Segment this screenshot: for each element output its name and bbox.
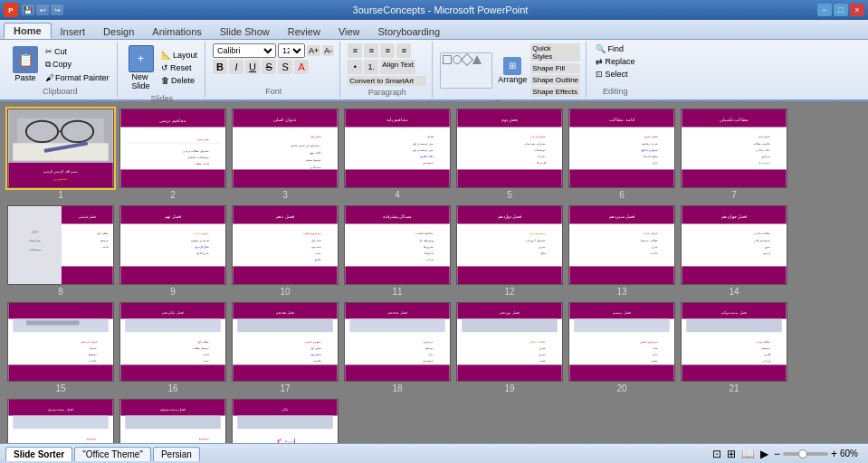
center-btn[interactable]: ≡	[364, 43, 378, 58]
arrange-button[interactable]: ⊞ Arrange	[498, 57, 527, 84]
tab-insert[interactable]: Insert	[52, 24, 95, 39]
bullets-btn[interactable]: •	[348, 60, 362, 74]
slide-thumb-2[interactable]: مفاهیم درسی متن درسی محتوای مطالب درسی ت…	[119, 109, 226, 200]
justify-btn[interactable]: ≡	[396, 43, 411, 58]
zoom-slider[interactable]	[783, 452, 828, 456]
slide-img-5: بخش دوم عنوان فرعی محتوا و متن اصلی توضی…	[456, 109, 563, 188]
tab-storyboarding[interactable]: Storyboarding	[369, 24, 450, 39]
quick-redo-btn[interactable]: ↪	[51, 5, 63, 15]
shadow-button[interactable]: S	[278, 60, 292, 74]
svg-text:متن درسی: متن درسی	[196, 137, 209, 141]
bold-button[interactable]: B	[213, 60, 227, 74]
slide-thumb-23[interactable]: فصل بیست‌وسوم موضوع مطلب نکته 23	[119, 399, 226, 443]
slide-thumb-7[interactable]: مطالب تکمیلی جمع بندی خلاصه مطالب نکات پ…	[681, 109, 787, 200]
slide-thumb-10[interactable]: فصل دهم موضوع اصلی بحث اول بحث دوم نتیجه…	[232, 205, 339, 297]
tab-animations[interactable]: Animations	[143, 24, 210, 39]
slide-thumb-13[interactable]: فصل سیزدهم عنوان جدید مطالب مرتبط شرح خل…	[568, 205, 675, 297]
svg-text:بحث اول: بحث اول	[311, 239, 321, 242]
status-tab-persian[interactable]: Persian	[153, 447, 200, 461]
strikethrough-button[interactable]: S	[262, 60, 276, 74]
cut-button[interactable]: ✂ Cut	[43, 46, 111, 57]
svg-text:ارزیابی: ارزیابی	[425, 258, 434, 261]
view-reading-icon[interactable]: 📖	[741, 448, 755, 460]
format-painter-button[interactable]: 🖌 Format Painter	[43, 72, 111, 83]
slide-thumb-22[interactable]: فصل بیست‌ودوم موضوع محتوا شرح نتیجه 22	[7, 399, 114, 443]
font-size-select[interactable]: 12	[278, 43, 305, 58]
zoom-out-button[interactable]: −	[774, 448, 780, 460]
view-slide-sorter-icon[interactable]: ⊞	[727, 448, 736, 460]
align-left-btn[interactable]: ≡	[348, 43, 362, 58]
replace-button[interactable]: ⇄ Replace	[594, 56, 637, 67]
quick-save-btn[interactable]: 💾	[22, 5, 34, 15]
new-slide-button[interactable]: + NewSlide	[125, 43, 157, 92]
align-right-btn[interactable]: ≡	[380, 43, 395, 58]
convert-smartart-btn[interactable]: Convert to SmartArt	[348, 76, 426, 86]
tab-view[interactable]: View	[329, 24, 369, 39]
slide-thumb-20[interactable]: فصل بیستم موضوع اصلی بحث نتایج منابع 20	[568, 302, 675, 393]
slide-thumb-16[interactable]: فصل شانزدهم مطلب اول توضیح مطلب ادامه نت…	[119, 302, 226, 393]
slide-thumb-15[interactable]: فصل پانزدهم محتوا توضیح خلاصه 15	[7, 302, 114, 393]
layout-button[interactable]: 📐 Layout	[159, 50, 200, 61]
paste-button[interactable]: 📋 Paste	[9, 44, 42, 84]
ribbon-group-paragraph: ≡ ≡ ≡ ≡ • 1. Align Text Convert to Smart…	[342, 42, 433, 98]
shape-effects-button[interactable]: Shape Effects	[530, 87, 580, 97]
select-button[interactable]: ⊡ Select	[594, 69, 637, 80]
font-family-select[interactable]: Calibri	[213, 43, 276, 58]
ribbon-group-editing: 🔍 Find ⇄ Replace ⊡ Select Editing	[588, 42, 643, 98]
slide-num-10: 10	[232, 287, 339, 297]
tab-slideshow[interactable]: Slide Show	[211, 24, 279, 39]
slide-thumb-8[interactable]: فصل هشتم مطلب اول توضیح ادامه عنوان متن …	[7, 205, 114, 297]
find-button[interactable]: 🔍 Find	[594, 43, 637, 54]
zoom-in-button[interactable]: +	[831, 448, 837, 460]
decrease-font-btn[interactable]: A-	[322, 45, 334, 56]
slide-thumb-11[interactable]: مسائل پیشرفته مفاهیم پیچیده روش‌های حل ت…	[344, 205, 451, 297]
maximize-button[interactable]: □	[834, 4, 848, 16]
shapes-palette[interactable]	[440, 52, 492, 89]
quick-styles-button[interactable]: QuickStyles	[530, 43, 580, 61]
view-normal-icon[interactable]: ⊡	[712, 448, 721, 460]
svg-text:شرح کامل: شرح کامل	[196, 251, 209, 255]
minimize-button[interactable]: −	[817, 4, 832, 16]
view-slideshow-icon[interactable]: ▶	[760, 448, 768, 460]
svg-text:مطالب پایانی: مطالب پایانی	[754, 232, 770, 235]
italic-button[interactable]: I	[229, 60, 243, 74]
svg-text:توضیح مطلب: توضیح مطلب	[193, 346, 209, 350]
reset-button[interactable]: ↺ Reset	[159, 62, 200, 73]
svg-text:جمع بندی: جمع بندی	[758, 135, 770, 138]
quick-undo-btn[interactable]: ↩	[36, 5, 49, 15]
shape-fill-button[interactable]: Shape Fill	[530, 63, 580, 73]
slide-thumb-18[interactable]: فصل هجدهم موضوع توضیح مثال جمع‌بندی 18	[344, 302, 451, 393]
shape-outline-button[interactable]: Shape Outline	[530, 75, 580, 85]
slide-thumb-24[interactable]: پایان باتشکر 24	[232, 399, 339, 443]
slide-thumb-9[interactable]: فصل نهم مفهوم جدید تعریف و مفهوم مثال کا…	[119, 205, 226, 297]
slide-thumb-17[interactable]: فصل هفدهم مفهوم اصلی بخش اول بخش دوم خلا…	[232, 302, 339, 393]
slide-thumb-19[interactable]: فصل نوزدهم مطالب اضافی شرح تمرین نتیجه 1…	[456, 302, 563, 393]
svg-rect-174	[569, 364, 673, 381]
slide-thumb-14[interactable]: فصل چهاردهم مطالب پایانی جمع‌بندی کلی مر…	[681, 205, 787, 297]
status-tab-office-theme[interactable]: "Office Theme"	[74, 447, 151, 461]
slide-thumb-3[interactable]: عنوان اصلی بخش اول محتوای این بخش شامل..…	[232, 109, 339, 200]
slide-thumb-21[interactable]: فصل بیست‌ویکم مطالب ویژه توضیح کاربرد ار…	[681, 302, 787, 393]
svg-text:ادامه: ادامه	[203, 353, 209, 356]
status-tab-slide-sorter[interactable]: Slide Sorter	[5, 447, 72, 461]
tab-design[interactable]: Design	[94, 24, 143, 39]
svg-text:محتوای مطالب درسی: محتوای مطالب درسی	[183, 149, 209, 153]
numbering-btn[interactable]: 1.	[364, 60, 378, 74]
svg-rect-7	[13, 143, 109, 161]
slide-thumb-4[interactable]: مفاهیم پایه تعاریف متن توضیحی اول متن تو…	[344, 109, 451, 200]
delete-button[interactable]: 🗑 Delete	[159, 75, 200, 86]
underline-button[interactable]: U	[245, 60, 260, 74]
slide-num-4: 4	[344, 190, 451, 200]
slide-thumb-12[interactable]: فصل دوازدهم موضوع درس محتوای آموزشی تمری…	[456, 205, 563, 297]
tab-home[interactable]: Home	[4, 23, 52, 39]
slide-thumb-5[interactable]: بخش دوم عنوان فرعی محتوا و متن اصلی توضی…	[456, 109, 563, 200]
slide-thumb-1[interactable]: بسم الله الرحمن الرحيم مفاهیم درس 1	[7, 109, 114, 200]
font-color-button[interactable]: A	[294, 60, 309, 74]
slide-thumb-6[interactable]: ادامه مطالب بخش سوم شرح مفاهیم نمودار و …	[568, 109, 675, 200]
copy-button[interactable]: ⧉ Copy	[43, 59, 111, 71]
tab-review[interactable]: Review	[279, 24, 329, 39]
svg-text:تمرین: تمرین	[539, 353, 546, 356]
close-button[interactable]: ×	[850, 4, 864, 16]
align-text-btn[interactable]: Align Text	[380, 60, 415, 74]
increase-font-btn[interactable]: A+	[307, 45, 320, 56]
